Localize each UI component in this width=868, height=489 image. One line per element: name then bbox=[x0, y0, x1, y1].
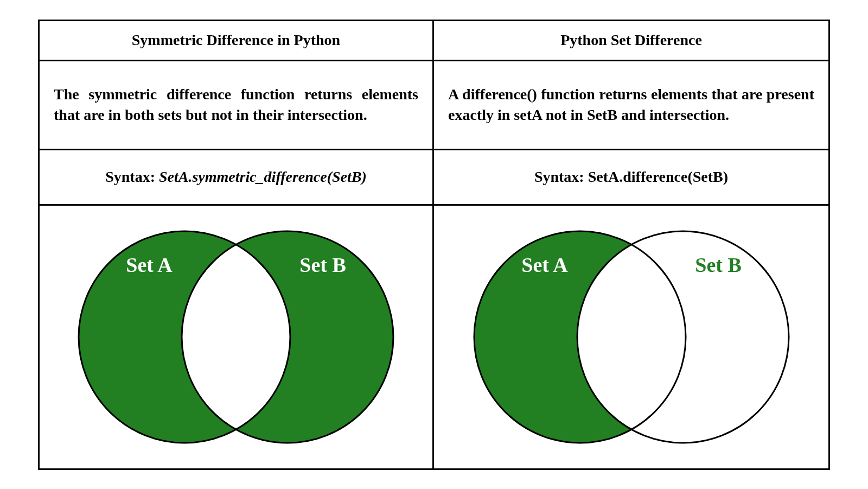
syntax-prefix: Syntax: bbox=[534, 168, 588, 185]
set-a-label: Set A bbox=[521, 253, 568, 276]
venn-symmetric-difference: Set A Set B bbox=[40, 206, 432, 468]
syntax-code: SetA.symmetric_difference(SetB) bbox=[159, 168, 367, 185]
venn-set-difference: Set A Set B bbox=[434, 206, 828, 468]
title-text: Python Set Difference bbox=[560, 31, 702, 49]
venn-diagram-symmetric: Set A Set B bbox=[62, 218, 410, 456]
header-symmetric: Symmetric Difference in Python bbox=[40, 21, 432, 61]
venn-diagram-difference: Set A Set B bbox=[458, 218, 805, 456]
column-set-difference: Python Set Difference A difference() fun… bbox=[434, 21, 828, 468]
description-symmetric: The symmetric difference function return… bbox=[40, 61, 432, 150]
syntax-code: SetA.difference(SetB) bbox=[588, 168, 728, 185]
set-a-label: Set A bbox=[126, 253, 173, 276]
set-b-fill bbox=[577, 231, 789, 443]
syntax-symmetric: Syntax: SetA.symmetric_difference(SetB) bbox=[40, 150, 432, 206]
syntax-text: Syntax: SetA.difference(SetB) bbox=[534, 168, 728, 186]
set-b-label: Set B bbox=[695, 253, 742, 276]
syntax-difference: Syntax: SetA.difference(SetB) bbox=[434, 150, 828, 206]
description-text: A difference() function returns elements… bbox=[448, 84, 814, 125]
header-difference: Python Set Difference bbox=[434, 21, 828, 61]
column-symmetric-difference: Symmetric Difference in Python The symme… bbox=[40, 21, 434, 468]
set-b-label: Set B bbox=[299, 253, 346, 276]
set-b-fill bbox=[182, 231, 393, 443]
description-text: The symmetric difference function return… bbox=[54, 84, 418, 125]
syntax-prefix: Syntax: bbox=[105, 168, 159, 185]
description-difference: A difference() function returns elements… bbox=[434, 61, 828, 150]
syntax-text: Syntax: SetA.symmetric_difference(SetB) bbox=[105, 168, 367, 186]
title-text: Symmetric Difference in Python bbox=[132, 31, 340, 49]
comparison-table: Symmetric Difference in Python The symme… bbox=[38, 20, 830, 470]
